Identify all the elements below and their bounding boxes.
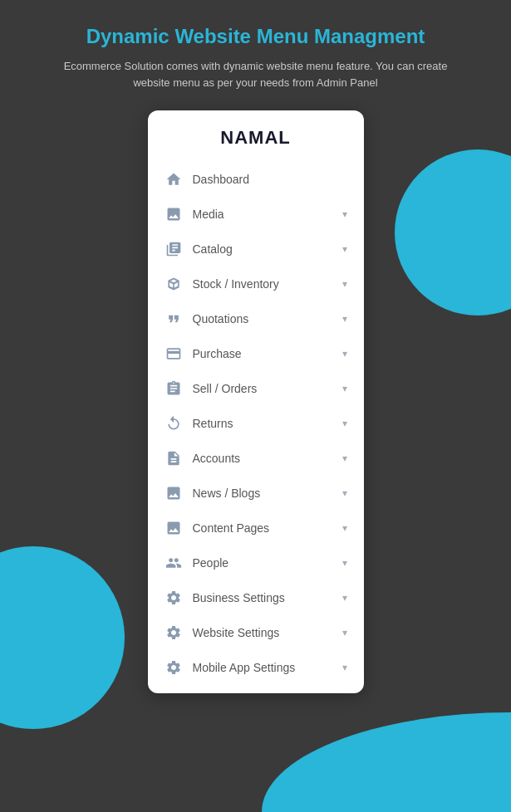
page-container: Dynamic Website Menu Managment Ecommerce… <box>0 0 511 710</box>
sidebar-item-label-accounts: Accounts <box>193 452 342 465</box>
sidebar-item-label-website-settings: Website Settings <box>193 626 342 639</box>
sidebar-item-media[interactable]: Media ▾ <box>148 197 364 232</box>
chevron-down-icon: ▾ <box>342 418 347 429</box>
decorative-wave <box>262 712 511 812</box>
sidebar-item-news[interactable]: News / Blogs ▾ <box>148 476 364 511</box>
settings-icon-business <box>165 589 183 607</box>
chevron-down-icon: ▾ <box>342 557 347 569</box>
chevron-down-icon: ▾ <box>342 487 347 499</box>
sidebar-item-accounts[interactable]: Accounts ▾ <box>148 441 364 476</box>
sidebar-item-label-catalog: Catalog <box>193 242 342 256</box>
people-icon <box>165 554 183 572</box>
sidebar-item-dashboard[interactable]: Dashboard <box>148 162 364 197</box>
sidebar-item-label-news: News / Blogs <box>193 487 342 500</box>
image-icon-content <box>165 519 183 537</box>
clipboard-icon <box>165 379 183 398</box>
chevron-down-icon: ▾ <box>342 208 347 220</box>
sidebar-item-label-quotations: Quotations <box>193 312 342 325</box>
chevron-down-icon: ▾ <box>342 592 347 604</box>
page-subtitle: Ecommerce Solution comes with dynamic we… <box>57 58 455 90</box>
returns-icon <box>165 414 183 433</box>
sidebar-item-label-sell: Sell / Orders <box>193 382 342 395</box>
image-icon-news <box>165 484 183 502</box>
chevron-down-icon: ▾ <box>342 662 347 673</box>
accounts-icon <box>165 449 183 467</box>
sidebar-item-purchase[interactable]: Purchase ▾ <box>148 336 364 371</box>
chevron-down-icon: ▾ <box>342 627 347 638</box>
chevron-down-icon: ▾ <box>342 452 347 464</box>
page-title: Dynamic Website Menu Managment <box>86 25 425 48</box>
quote-icon <box>165 310 183 328</box>
sidebar-item-quotations[interactable]: Quotations ▾ <box>148 301 364 336</box>
sidebar-item-label-mobile-settings: Mobile App Settings <box>193 661 342 674</box>
chevron-down-icon: ▾ <box>342 278 347 290</box>
menu-card: NAMAL Dashboard Media ▾ <box>148 110 364 693</box>
catalog-icon <box>165 240 183 258</box>
sidebar-item-label-business-settings: Business Settings <box>193 591 342 604</box>
brand-name: NAMAL <box>148 127 364 149</box>
sidebar-item-people[interactable]: People ▾ <box>148 545 364 580</box>
sidebar-item-label-stock: Stock / Inventory <box>193 277 342 291</box>
sidebar-item-label-content: Content Pages <box>193 521 342 535</box>
sidebar-item-stock[interactable]: Stock / Inventory ▾ <box>148 267 364 301</box>
sidebar-item-content[interactable]: Content Pages ▾ <box>148 511 364 545</box>
settings-icon-mobile <box>165 658 183 677</box>
sidebar-item-label-people: People <box>193 556 342 570</box>
sidebar-item-business-settings[interactable]: Business Settings ▾ <box>148 580 364 615</box>
image-icon-media <box>165 205 183 223</box>
sidebar-item-label-media: Media <box>193 208 342 221</box>
chevron-down-icon: ▾ <box>342 348 347 360</box>
sidebar-item-label-purchase: Purchase <box>193 347 342 360</box>
sidebar-item-catalog[interactable]: Catalog ▾ <box>148 232 364 267</box>
sidebar-item-label-returns: Returns <box>193 417 342 430</box>
purchase-icon <box>165 345 183 363</box>
sidebar-item-sell[interactable]: Sell / Orders ▾ <box>148 371 364 406</box>
chevron-down-icon: ▾ <box>342 313 347 325</box>
home-icon <box>165 170 183 188</box>
chevron-down-icon: ▾ <box>342 522 347 534</box>
sidebar-item-mobile-settings[interactable]: Mobile App Settings ▾ <box>148 650 364 685</box>
stock-icon <box>165 275 183 293</box>
chevron-down-icon: ▾ <box>342 243 347 255</box>
sidebar-item-website-settings[interactable]: Website Settings ▾ <box>148 615 364 650</box>
sidebar-item-returns[interactable]: Returns ▾ <box>148 406 364 441</box>
settings-icon-website <box>165 624 183 642</box>
chevron-down-icon: ▾ <box>342 383 347 394</box>
sidebar-item-label-dashboard: Dashboard <box>193 173 347 186</box>
